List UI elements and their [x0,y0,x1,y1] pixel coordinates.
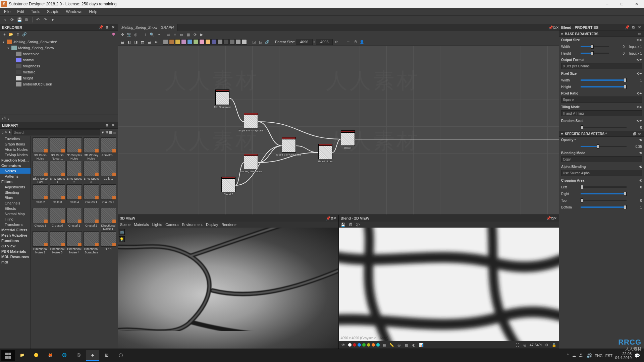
crop-left-slider[interactable] [581,186,627,188]
menu-scripts[interactable]: Scripts [44,8,63,15]
library-item[interactable]: Anisotro... [100,137,116,160]
crop-bottom-slider[interactable] [581,206,627,208]
link-icon[interactable]: ⚭ [639,119,642,123]
library-item[interactable]: BnW Spots 1 [49,161,66,184]
tray-cloud-icon[interactable]: ☁ [572,353,576,358]
menu-help[interactable]: Help [86,8,101,15]
window-maximize-button[interactable]: □ [614,0,629,8]
library-tree-item[interactable]: Atomic Nodes [0,147,31,152]
tray-sound-icon[interactable]: 🔊 [586,353,592,358]
graph-tab[interactable]: Melting_Spring_Snow - GRAPH [118,24,177,31]
color-chip[interactable] [241,39,247,45]
explorer-output-normal[interactable]: normal [0,57,118,63]
pixel-width-slider[interactable] [581,79,627,81]
taskbar-skype[interactable]: Ⓢ [72,350,85,361]
graph-node[interactable]: Bevel - Lum [318,144,332,163]
redo-icon[interactable]: ↷ [42,16,49,23]
link-icon[interactable]: ⚭ [639,38,642,42]
library-tree-item[interactable]: Channels [0,200,31,206]
panel-close-icon[interactable]: ✕ [637,25,642,30]
panel-pin-icon[interactable]: 📌 [326,216,331,221]
graph-node[interactable]: Blend [341,130,355,149]
library-search-input[interactable] [12,129,100,135]
channel-dot[interactable] [353,343,356,347]
color-chip[interactable] [175,39,180,45]
link-icon[interactable]: ⚭ [639,58,642,62]
reset-icon[interactable]: ⟲ [637,72,639,75]
panel-popout-icon[interactable]: ⧉ [331,216,333,221]
menu-edit[interactable]: Edit [14,8,28,15]
library-item[interactable]: Blue Noise Fast [32,161,49,184]
view3d-menu-lights[interactable]: Lights [152,223,162,227]
library-item[interactable]: Directional Noise 3 [49,231,66,254]
vp2d-ruler-icon[interactable]: 📏 [389,342,394,348]
library-item[interactable]: Crystal 1 [66,208,83,231]
taskbar-explorer[interactable]: 📁 [15,350,29,361]
library-item[interactable]: Directional Scratches [83,231,100,254]
taskbar-photoshop[interactable]: 🖼 [100,350,113,361]
base-params-header[interactable]: ▾BASE PARAMETERS ⟳ [559,31,644,37]
gt-opt1-icon[interactable]: ◳ [251,39,257,45]
graph-node[interactable]: Blur HQ Grayscale [244,154,258,173]
library-tree-item[interactable]: Function Nodes [0,158,31,163]
color-chip[interactable] [217,39,223,45]
channel-dot[interactable] [348,343,352,347]
view3d-menu-environment[interactable]: Environment [182,223,203,227]
library-item[interactable]: 3D Worley Noise [83,137,100,160]
reset-icon[interactable]: ⟲ [637,38,639,42]
vp2d-info-icon[interactable]: ⓘ [356,222,360,227]
reset-icon[interactable]: ⟲ [639,179,642,182]
color-chip[interactable] [199,39,205,45]
graph-node[interactable]: Slope Blur Grayscale [282,137,296,156]
reset-icon[interactable]: ⟲ [637,105,639,109]
library-item[interactable]: Cells 4 [66,184,83,207]
reset-icon[interactable]: ⟲ [637,58,639,62]
library-tree-item[interactable]: Blurs [0,195,31,200]
explorer-output-metallic[interactable]: metallic [0,69,118,75]
vp3d-light-icon[interactable]: 💡 [119,236,125,242]
parent-width-input[interactable] [296,39,313,45]
explorer-export-icon[interactable]: ⇪ [15,32,21,38]
vp2d-center-icon[interactable]: ◎ [522,342,528,348]
vp2d-lock-icon[interactable]: 🔒 [551,342,557,348]
color-chip[interactable] [187,39,193,45]
window-close-button[interactable]: ✕ [629,0,644,8]
graph-canvas[interactable]: 人人素材 人人素材 人人素材 人人素材 Tile GeneratorSlope … [118,46,559,215]
library-item[interactable]: Crystal 2 [83,208,100,231]
gt-distribute-icon[interactable]: ⇔ [153,39,159,45]
explorer-new-icon[interactable]: ＋ [1,32,7,38]
graph-node[interactable]: Tile Generator [215,89,229,109]
tray-up-icon[interactable]: ˄ [567,353,569,358]
explorer-newgraph-icon[interactable]: ✽ [110,32,116,38]
link-icon[interactable]: ⚭ [639,92,642,95]
lib-filter-icon[interactable]: ▼ [101,130,105,134]
panel-popout-icon[interactable]: ⧉ [104,123,110,128]
explorer-output-ao[interactable]: ambientOcclusion [0,81,118,87]
window-minimize-button[interactable]: – [600,0,614,8]
gt-alignl-icon[interactable]: ⬓ [119,39,125,45]
gt-alignt-icon[interactable]: ⬒ [140,39,146,45]
gt-alignb-icon[interactable]: ⬓ [146,39,152,45]
reset-icon[interactable]: ⟲ [639,151,642,155]
library-tree-item[interactable]: 3D View [0,243,31,249]
info-icon-2[interactable]: i [8,116,9,120]
library-item[interactable]: Cells 2 [32,184,49,207]
reset-icon[interactable]: ⟲ [637,119,639,123]
view3d-menu-camera[interactable]: Camera [165,223,178,227]
library-item[interactable]: Clouds 3 [32,208,49,231]
tiling-mode-select[interactable]: H and V Tiling [561,110,642,116]
graph-node[interactable]: Slope Blur Grayscale [244,113,258,132]
explorer-open-icon[interactable]: 📂 [8,32,14,38]
specific-params-header[interactable]: ▾SPECIFIC PARAMETERS * 🗐⟳ [559,131,644,137]
lib-grid-icon[interactable]: ▦ [109,130,112,134]
gt-autoalign-icon[interactable]: ⇉ [165,32,171,38]
vp2d-histogram-icon[interactable]: 📊 [419,342,424,348]
vp2d-copy-icon[interactable]: 🗐 [349,223,353,227]
library-tree-item[interactable]: Normal Map [0,211,31,217]
library-tree-item[interactable]: MDL Resources [0,254,31,259]
color-chip[interactable] [229,39,235,45]
taskbar-firefox[interactable]: 🦊 [44,350,57,361]
parent-height-input[interactable] [316,39,333,45]
gt-share-icon[interactable]: ⚭ [156,32,162,38]
explorer-graph-row[interactable]: ▾ Melting_Spring_Snow [0,45,118,51]
